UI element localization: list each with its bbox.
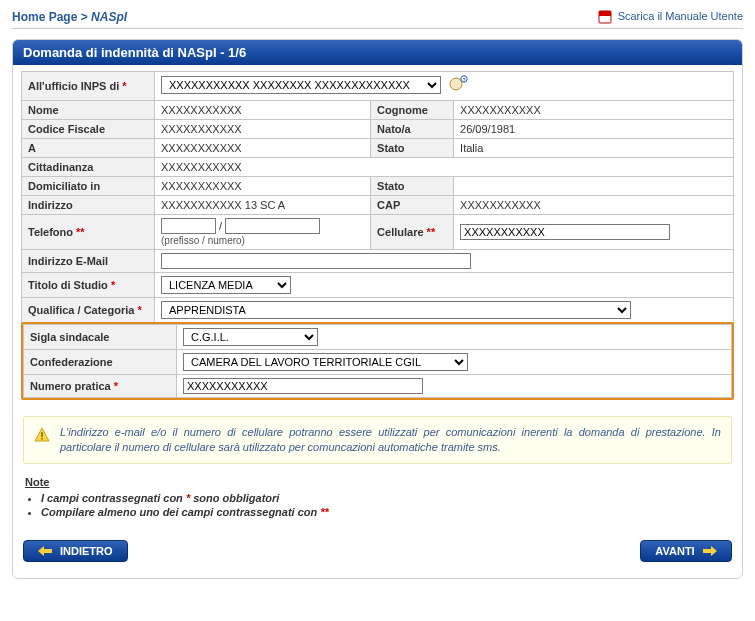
label-cittadinanza: Cittadinanza — [22, 158, 155, 177]
pdf-icon — [598, 10, 612, 24]
form-grid: All'ufficio INPS di * XXXXXXXXXXX XXXXXX… — [21, 71, 734, 323]
back-button-label: INDIETRO — [60, 545, 113, 557]
value-cittadinanza: XXXXXXXXXXX — [155, 158, 734, 177]
label-telefono: Telefono ** — [22, 215, 155, 250]
label-domiciliato: Domiciliato in — [22, 177, 155, 196]
label-sigla: Sigla sindacale — [24, 325, 177, 350]
label-confederazione: Confederazione — [24, 350, 177, 375]
label-nato: Nato/a — [371, 120, 454, 139]
value-cognome: XXXXXXXXXXX — [454, 101, 734, 120]
notes-list: I campi contrassegnati con * sono obblig… — [41, 492, 742, 518]
value-cf: XXXXXXXXXXX — [155, 120, 371, 139]
svg-rect-6 — [41, 432, 42, 437]
label-stato2: Stato — [371, 177, 454, 196]
label-cognome: Cognome — [371, 101, 454, 120]
next-button[interactable]: AVANTI — [640, 540, 732, 562]
note-item: I campi contrassegnati con * sono obblig… — [41, 492, 742, 504]
breadcrumb-current: NASpI — [91, 10, 127, 24]
label-cap: CAP — [371, 196, 454, 215]
tel-number-input[interactable] — [225, 218, 320, 234]
svg-point-2 — [450, 78, 462, 90]
value-domiciliato: XXXXXXXXXXX — [155, 177, 371, 196]
help-icon[interactable]: ? — [448, 75, 470, 97]
download-manual-label: Scarica il Manuale Utente — [618, 10, 743, 22]
cellulare-input[interactable] — [460, 224, 670, 240]
label-cf: Codice Fiscale — [22, 120, 155, 139]
form-panel: Domanda di indennità di NASpI - 1/6 All'… — [12, 39, 743, 579]
note-item: Compilare almeno uno dei campi contrasse… — [41, 506, 742, 518]
svg-rect-7 — [41, 438, 42, 440]
label-indirizzo: Indirizzo — [22, 196, 155, 215]
info-text: L'indirizzo e-mail e/o il numero di cell… — [60, 425, 721, 455]
back-button[interactable]: INDIETRO — [23, 540, 128, 562]
breadcrumb-home[interactable]: Home Page — [12, 10, 77, 24]
highlight-box: Sigla sindacale C.G.I.L. Confederazione … — [21, 322, 734, 400]
label-qualifica: Qualifica / Categoria * — [22, 298, 155, 323]
ufficio-select[interactable]: XXXXXXXXXXX XXXXXXXX XXXXXXXXXXXXX — [161, 76, 441, 94]
svg-marker-9 — [703, 546, 717, 556]
label-stato: Stato — [371, 139, 454, 158]
arrow-left-icon — [38, 546, 52, 556]
next-button-label: AVANTI — [655, 545, 694, 557]
info-box: L'indirizzo e-mail e/o il numero di cell… — [23, 416, 732, 464]
label-email: Indirizzo E-Mail — [22, 250, 155, 273]
numero-pratica-input[interactable] — [183, 378, 423, 394]
svg-marker-8 — [38, 546, 52, 556]
label-titolo-studio: Titolo di Studio * — [22, 273, 155, 298]
value-stato2 — [454, 177, 734, 196]
svg-rect-1 — [599, 11, 611, 16]
download-manual-link[interactable]: Scarica il Manuale Utente — [598, 10, 743, 24]
divider — [12, 28, 743, 29]
titolo-studio-select[interactable]: LICENZA MEDIA — [161, 276, 291, 294]
panel-title: Domanda di indennità di NASpI - 1/6 — [13, 40, 742, 65]
value-indirizzo: XXXXXXXXXXX 13 SC A — [155, 196, 371, 215]
label-a: A — [22, 139, 155, 158]
confederazione-select[interactable]: CAMERA DEL LAVORO TERRITORIALE CGIL — [183, 353, 468, 371]
value-nato: 26/09/1981 — [454, 120, 734, 139]
value-cap: XXXXXXXXXXX — [454, 196, 734, 215]
value-a: XXXXXXXXXXX — [155, 139, 371, 158]
arrow-right-icon — [703, 546, 717, 556]
warning-icon — [34, 427, 50, 443]
label-nome: Nome — [22, 101, 155, 120]
value-stato: Italia — [454, 139, 734, 158]
label-ufficio: All'ufficio INPS di * — [22, 72, 155, 101]
qualifica-select[interactable]: APPRENDISTA — [161, 301, 631, 319]
label-cellulare: Cellulare ** — [371, 215, 454, 250]
tel-hint: (prefisso / numero) — [161, 235, 245, 246]
tel-prefix-input[interactable] — [161, 218, 216, 234]
notes-heading: Note — [25, 476, 742, 488]
email-input[interactable] — [161, 253, 471, 269]
value-nome: XXXXXXXXXXX — [155, 101, 371, 120]
svg-text:?: ? — [463, 77, 466, 83]
sigla-select[interactable]: C.G.I.L. — [183, 328, 318, 346]
label-numero-pratica: Numero pratica * — [24, 375, 177, 398]
